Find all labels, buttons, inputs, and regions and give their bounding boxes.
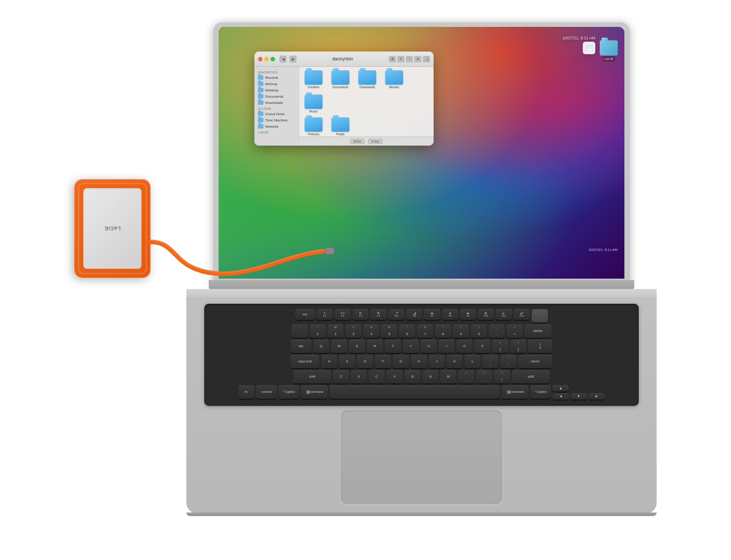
close-button[interactable] (258, 57, 262, 61)
erase-button[interactable]: Erase (368, 139, 383, 144)
key-quote[interactable]: "' (500, 355, 516, 368)
key-arrow-down[interactable]: ▼ (571, 393, 587, 400)
key-fn[interactable]: fn (238, 385, 254, 399)
key-3[interactable]: #3 (345, 324, 361, 338)
folder-public[interactable]: Public (330, 117, 351, 136)
key-f3[interactable]: ⊞F3 (353, 309, 369, 320)
key-comma[interactable]: <, (458, 370, 474, 383)
key-shift-left[interactable]: shift (293, 370, 331, 383)
key-c[interactable]: C (369, 370, 385, 383)
key-f4[interactable]: 🔍F4 (370, 309, 387, 320)
key-k[interactable]: K (447, 355, 463, 368)
sidebar-item-icloud[interactable]: iCloud Drive (254, 111, 299, 117)
sort-icon[interactable]: ≡ (397, 56, 404, 62)
key-p[interactable]: P (474, 340, 490, 353)
key-backtick[interactable]: ~` (292, 324, 308, 338)
key-d[interactable]: D (357, 355, 373, 368)
key-control[interactable]: control (256, 385, 277, 399)
sidebar-item-network[interactable]: Network (254, 123, 299, 129)
key-o[interactable]: O (456, 340, 473, 353)
key-command-right[interactable]: ⌘command (502, 385, 529, 399)
key-z[interactable]: Z (333, 370, 349, 383)
key-esc[interactable]: esc (295, 309, 315, 320)
search-icon[interactable]: 🔍 (423, 56, 430, 62)
key-b[interactable]: B (404, 370, 421, 383)
key-return[interactable]: return (518, 355, 552, 368)
folder-documents[interactable]: Documents (330, 70, 351, 89)
folder-music[interactable]: Music (303, 95, 324, 113)
key-option-right[interactable]: ⌥option (530, 385, 551, 399)
key-f5[interactable]: 🎤F5 (388, 309, 404, 320)
key-0[interactable]: )0 (471, 324, 487, 338)
key-bracket-open[interactable]: {[ (492, 340, 508, 353)
key-f7[interactable]: ⏮F7 (424, 309, 440, 320)
key-arrow-up[interactable]: ▲ (553, 385, 569, 392)
key-v[interactable]: V (387, 370, 403, 383)
key-s[interactable]: S (339, 355, 355, 368)
key-j[interactable]: J (429, 355, 445, 368)
key-minus[interactable]: _- (489, 324, 505, 338)
sidebar-item-time-machine[interactable]: Time Machine (254, 117, 299, 123)
share-icon[interactable]: ↑ (406, 56, 413, 62)
key-period[interactable]: >. (476, 370, 492, 383)
key-1[interactable]: !1 (310, 324, 326, 338)
key-w[interactable]: W (331, 340, 347, 353)
forward-button[interactable]: ▶ (289, 56, 297, 63)
folder-creative[interactable]: Creative (303, 70, 324, 89)
view-icon[interactable]: ⊞ (389, 56, 396, 62)
key-f12[interactable]: 🔊F12 (514, 309, 530, 320)
touchpad[interactable] (341, 410, 502, 504)
key-f11[interactable]: 🔉F11 (496, 309, 512, 320)
sidebar-item-documents[interactable]: Documents (254, 93, 299, 99)
touch-id-button[interactable] (532, 309, 548, 323)
folder-movies[interactable]: Movies (383, 70, 405, 89)
key-f8[interactable]: ⏯F8 (442, 309, 458, 320)
sidebar-item-airdrop[interactable]: AirDrop (254, 81, 299, 87)
key-2[interactable]: @2 (327, 324, 344, 338)
key-equals[interactable]: += (507, 324, 523, 338)
key-e[interactable]: E (349, 340, 365, 353)
key-5[interactable]: %5 (381, 324, 397, 338)
key-7[interactable]: &7 (417, 324, 433, 338)
key-a[interactable]: A (321, 355, 337, 368)
minimize-button[interactable] (264, 57, 269, 61)
key-arrow-left[interactable]: ◄ (553, 393, 569, 400)
folder-pictures[interactable]: Pictures (303, 117, 324, 136)
key-r[interactable]: R (367, 340, 383, 353)
sidebar-item-recents[interactable]: Recents (254, 74, 299, 81)
key-shift-right[interactable]: shift (512, 370, 550, 383)
key-8[interactable]: *8 (435, 324, 451, 338)
key-f9[interactable]: ⏭F9 (460, 309, 476, 320)
key-y[interactable]: Y (403, 340, 419, 353)
key-f2[interactable]: ☀☀F2 (335, 309, 351, 320)
key-bracket-close[interactable]: }] (510, 340, 526, 353)
key-x[interactable]: X (351, 370, 367, 383)
key-6[interactable]: ^6 (399, 324, 415, 338)
key-arrow-right[interactable]: ► (589, 393, 605, 400)
key-u[interactable]: U (421, 340, 437, 353)
key-semicolon[interactable]: :; (482, 355, 499, 368)
key-backslash[interactable]: |\\ (528, 340, 552, 353)
tag-icon[interactable]: ● (414, 56, 421, 62)
key-f10[interactable]: 🔇F10 (478, 309, 494, 320)
maximize-button[interactable] (271, 57, 275, 61)
key-caps-lock[interactable]: caps lock (291, 355, 319, 368)
key-tab[interactable]: tab (291, 340, 311, 353)
key-g[interactable]: G (393, 355, 409, 368)
key-command-left[interactable]: ⌘command (301, 385, 328, 399)
key-delete[interactable]: delete (525, 324, 551, 338)
key-9[interactable]: (9 (453, 324, 469, 338)
sidebar-item-downloads[interactable]: Downloads (254, 99, 299, 106)
key-h[interactable]: H (411, 355, 427, 368)
key-space[interactable] (330, 385, 500, 399)
sidebar-item-desktop[interactable]: Desktop (254, 87, 299, 93)
key-slash[interactable]: ?/ (494, 370, 510, 383)
key-l[interactable]: L (464, 355, 481, 368)
key-m[interactable]: M (440, 370, 456, 383)
back-button[interactable]: ◀ (280, 56, 287, 63)
key-f1[interactable]: ☀F1 (317, 309, 333, 320)
key-f[interactable]: F (375, 355, 391, 368)
key-q[interactable]: Q (313, 340, 329, 353)
key-n[interactable]: N (422, 370, 439, 383)
key-option-left[interactable]: ⌥option (279, 385, 299, 399)
